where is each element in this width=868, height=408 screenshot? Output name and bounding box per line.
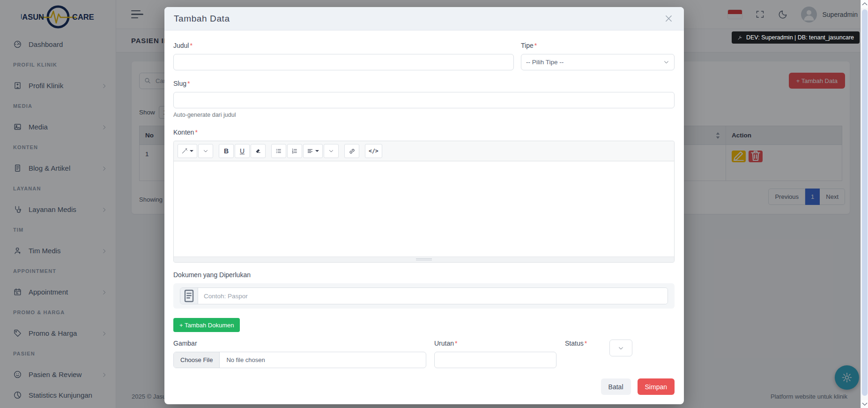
unordered-list-button[interactable]	[271, 144, 286, 158]
gambar-label: Gambar	[173, 340, 426, 347]
scroll-down-arrow[interactable]	[861, 400, 868, 408]
status-label: Status*	[565, 340, 587, 347]
status-select[interactable]	[609, 340, 632, 356]
bold-button[interactable]: B	[219, 144, 234, 158]
dokumen-label: Dokumen yang Diperlukan	[173, 271, 675, 279]
align-icon	[307, 148, 313, 154]
editor-statusbar	[174, 257, 674, 262]
caret-down-icon	[190, 150, 193, 152]
urutan-input[interactable]	[434, 352, 556, 368]
chevron-down-icon	[328, 148, 334, 154]
chevron-down-icon	[203, 148, 208, 154]
chevron-down-icon	[663, 59, 669, 65]
tambah-dokumen-button[interactable]: + Tambah Dokumen	[173, 318, 240, 332]
eraser-icon	[255, 148, 261, 154]
choose-file-button[interactable]: Choose File	[174, 352, 220, 368]
modal-title: Tambah Data	[174, 14, 230, 24]
wrench-icon	[737, 35, 743, 40]
slug-help-text: Auto-generate dari judul	[173, 112, 675, 118]
slug-input[interactable]	[173, 92, 675, 108]
tipe-select[interactable]: -- Pilih Tipe --	[521, 54, 675, 70]
tipe-selected-value: -- Pilih Tipe --	[526, 59, 564, 66]
slug-label: Slug*	[173, 80, 675, 87]
file-status-text: No file chosen	[220, 352, 271, 368]
code-view-button[interactable]: </>	[365, 144, 382, 158]
tambah-data-modal: Tambah Data Judul* Tipe* -- Pilih Tipe -…	[164, 7, 684, 404]
magic-wand-icon	[181, 148, 188, 154]
paragraph-dropdown-button[interactable]	[324, 144, 339, 158]
caret-down-icon	[315, 150, 319, 152]
document-icon	[180, 288, 198, 304]
scrollbar-thumb[interactable]	[862, 9, 868, 396]
batal-button[interactable]: Batal	[601, 378, 631, 395]
chevron-down-icon	[618, 345, 624, 351]
dokumen-row	[173, 283, 675, 309]
app-canvas: JASUN CARE Dashboard PROFIL KLINIK Profi…	[0, 0, 868, 408]
dokumen-input[interactable]	[198, 288, 668, 304]
modal-body: Judul* Tipe* -- Pilih Tipe -- Slug* Auto…	[164, 30, 684, 395]
konten-label: Konten*	[173, 128, 675, 136]
modal-header: Tambah Data	[164, 7, 684, 30]
scrollbar[interactable]	[861, 0, 868, 408]
gambar-file-input[interactable]: Choose File No file chosen	[173, 352, 426, 368]
scroll-up-arrow[interactable]	[861, 0, 868, 8]
editor-content[interactable]	[174, 161, 674, 257]
close-button[interactable]	[662, 13, 675, 25]
simpan-button[interactable]: Simpan	[638, 378, 675, 395]
judul-input[interactable]	[173, 54, 514, 70]
close-icon	[665, 15, 673, 23]
editor-toolbar: B U	[174, 141, 674, 161]
clear-format-button[interactable]	[251, 144, 266, 158]
numbered-list-icon	[291, 148, 298, 154]
style-magic-button[interactable]	[178, 144, 197, 158]
urutan-label: Urutan*	[434, 340, 556, 347]
underline-button[interactable]: U	[235, 144, 250, 158]
paragraph-align-button[interactable]	[303, 144, 323, 158]
insert-link-button[interactable]	[344, 144, 359, 158]
resize-grip[interactable]	[416, 258, 432, 261]
judul-label: Judul*	[173, 42, 514, 49]
ordered-list-button[interactable]	[287, 144, 302, 158]
tipe-label: Tipe*	[521, 42, 675, 49]
dev-environment-badge: DEV: Superadmin | DB: tenant_jasuncare	[732, 31, 860, 44]
rich-text-editor: B U	[173, 141, 675, 263]
bullet-list-icon	[275, 148, 282, 154]
link-icon	[349, 148, 356, 155]
style-dropdown-button[interactable]	[198, 144, 213, 158]
modal-footer: Batal Simpan	[173, 378, 675, 395]
